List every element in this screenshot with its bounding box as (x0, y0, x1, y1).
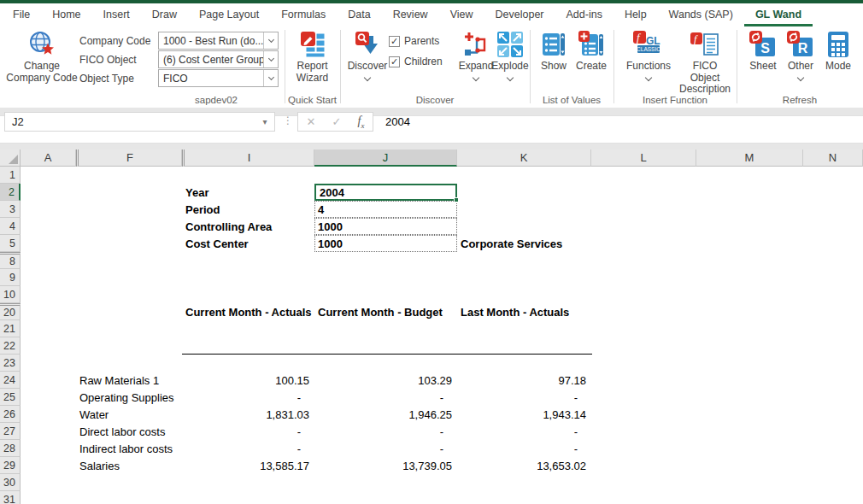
row-header-1[interactable]: 1 (0, 167, 21, 184)
formula-input[interactable]: 2004 (380, 112, 860, 132)
row-header-22[interactable]: 22 (0, 337, 21, 355)
cell-K27[interactable]: - (457, 423, 591, 440)
refresh-mode-button[interactable]: Mode (820, 30, 856, 97)
cell-I20[interactable]: Current Month - Actuals (182, 303, 314, 320)
tab-page-layout[interactable]: Page Layout (188, 3, 270, 26)
fico-object-dropdown-icon[interactable] (263, 51, 278, 67)
cell-K29[interactable]: 13,653.02 (457, 457, 591, 474)
cell-K5[interactable]: Corporate Services (457, 235, 591, 252)
cell-F29[interactable]: Salaries (76, 457, 182, 474)
tab-help[interactable]: Help (613, 3, 658, 26)
tab-insert[interactable]: Insert (92, 3, 141, 26)
cancel-icon[interactable]: ✕ (307, 115, 316, 128)
discover-button[interactable]: Discover (347, 30, 388, 97)
column-header-N[interactable]: N (803, 149, 863, 167)
tab-view[interactable]: View (439, 3, 484, 26)
cell-J24[interactable]: 103.29 (314, 372, 457, 389)
cell-F24[interactable]: Raw Materials 1 (76, 372, 182, 389)
cell-I5[interactable]: Cost Center (182, 235, 314, 252)
cell-J20[interactable]: Current Month - Budget (314, 303, 457, 320)
cell-J28[interactable]: - (314, 440, 457, 457)
row-header-8[interactable]: 8 (0, 252, 21, 269)
cell-J29[interactable]: 13,739.05 (314, 457, 457, 474)
row-header-25[interactable]: 25 (0, 389, 21, 406)
fill-handle[interactable] (454, 197, 459, 202)
row-header-21[interactable]: 21 (0, 320, 21, 337)
column-header-M[interactable]: M (696, 149, 803, 167)
company-code-select[interactable]: 1000 - Best Run (do... (158, 32, 279, 50)
tab-file[interactable]: File (2, 3, 41, 26)
tab-review[interactable]: Review (382, 3, 439, 26)
fico-object-description-button[interactable]: f FICO Object Description (677, 30, 733, 97)
name-box-dropdown-icon[interactable]: ▾ (255, 117, 274, 126)
row-header-30[interactable]: 30 (0, 474, 21, 491)
cell-J25[interactable]: - (314, 389, 457, 406)
cell-I4[interactable]: Controlling Area (182, 218, 314, 235)
explode-button[interactable]: Explode (490, 30, 530, 97)
name-box[interactable]: J2 ▾ (4, 112, 275, 132)
row-header-3[interactable]: 3 (0, 201, 21, 218)
cell-J27[interactable]: - (314, 423, 457, 440)
row-header-10[interactable]: 10 (0, 286, 21, 303)
tab-formulas[interactable]: Formulas (270, 3, 337, 26)
tab-add-ins[interactable]: Add-ins (555, 3, 613, 26)
column-header-I[interactable]: I (182, 149, 314, 167)
cell-F27[interactable]: Direct labor costs (76, 423, 182, 440)
show-button[interactable]: Show (537, 30, 571, 97)
column-header-F[interactable]: F (76, 149, 182, 167)
cell-K24[interactable]: 97.18 (457, 372, 591, 389)
cell-K28[interactable]: - (457, 440, 591, 457)
cell-I3[interactable]: Period (182, 201, 314, 218)
column-header-A[interactable]: A (21, 149, 76, 167)
row-header-27[interactable]: 27 (0, 423, 21, 440)
row-header-26[interactable]: 26 (0, 406, 21, 423)
cell-I25[interactable]: - (182, 389, 314, 406)
cell-I28[interactable]: - (182, 440, 314, 457)
row-header-9[interactable]: 9 (0, 269, 21, 286)
row-header-24[interactable]: 24 (0, 372, 21, 389)
column-header-J[interactable]: J (314, 149, 457, 167)
cell-J2[interactable]: 2004 (314, 184, 457, 201)
cell-K25[interactable]: - (457, 389, 591, 406)
tab-gl-wand[interactable]: GL Wand (744, 3, 813, 26)
object-type-dropdown-icon[interactable] (263, 70, 278, 86)
cell-I2[interactable]: Year (182, 184, 314, 201)
create-button[interactable]: Create (572, 30, 610, 97)
cell-F26[interactable]: Water (76, 406, 182, 423)
cell-J4[interactable]: 1000 (314, 218, 457, 235)
cell-J5[interactable]: 1000 (314, 235, 457, 252)
fico-object-select[interactable]: (6) Cost Center Group (158, 50, 279, 68)
tab-data[interactable]: Data (337, 3, 381, 26)
select-all-corner[interactable] (0, 149, 21, 167)
row-header-20[interactable]: 20 (0, 303, 21, 320)
children-checkbox[interactable]: ✓ Children (389, 54, 443, 69)
cell-I29[interactable]: 13,585.17 (182, 457, 314, 474)
company-code-dropdown-icon[interactable] (263, 32, 278, 49)
cell-F25[interactable]: Operating Supplies (76, 389, 182, 406)
cell-F28[interactable]: Indirect labor costs (76, 440, 182, 457)
cell-I27[interactable]: - (182, 423, 314, 440)
row-header-4[interactable]: 4 (0, 218, 21, 235)
row-header-28[interactable]: 28 (0, 440, 21, 457)
cell-J26[interactable]: 1,946.25 (314, 406, 457, 423)
column-header-K[interactable]: K (457, 149, 591, 167)
cell-I24[interactable]: 100.15 (182, 372, 314, 389)
cell-J3[interactable]: 4 (314, 201, 457, 218)
tab-home[interactable]: Home (41, 3, 91, 26)
insert-function-icon[interactable]: fx (358, 114, 365, 130)
change-company-code-button[interactable]: Change Company Code (5, 30, 79, 97)
row-header-5[interactable]: 5 (0, 235, 21, 252)
cell-K20[interactable]: Last Month - Actuals (457, 303, 591, 320)
object-type-select[interactable]: FICO (158, 69, 279, 87)
refresh-sheet-button[interactable]: S Sheet (745, 30, 781, 97)
row-header-2[interactable]: 2 (0, 184, 21, 201)
tab-draw[interactable]: Draw (141, 3, 188, 26)
parents-checkbox[interactable]: ✓ Parents (389, 33, 439, 49)
row-header-23[interactable]: 23 (0, 355, 21, 372)
refresh-other-button[interactable]: R Other (783, 30, 819, 97)
tab-wands-sap[interactable]: Wands (SAP) (658, 3, 744, 26)
report-wizard-button[interactable]: Report Wizard (288, 30, 337, 97)
row-header-31[interactable]: 31 (0, 491, 21, 504)
tab-developer[interactable]: Developer (484, 3, 555, 26)
enter-icon[interactable]: ✓ (332, 115, 342, 128)
